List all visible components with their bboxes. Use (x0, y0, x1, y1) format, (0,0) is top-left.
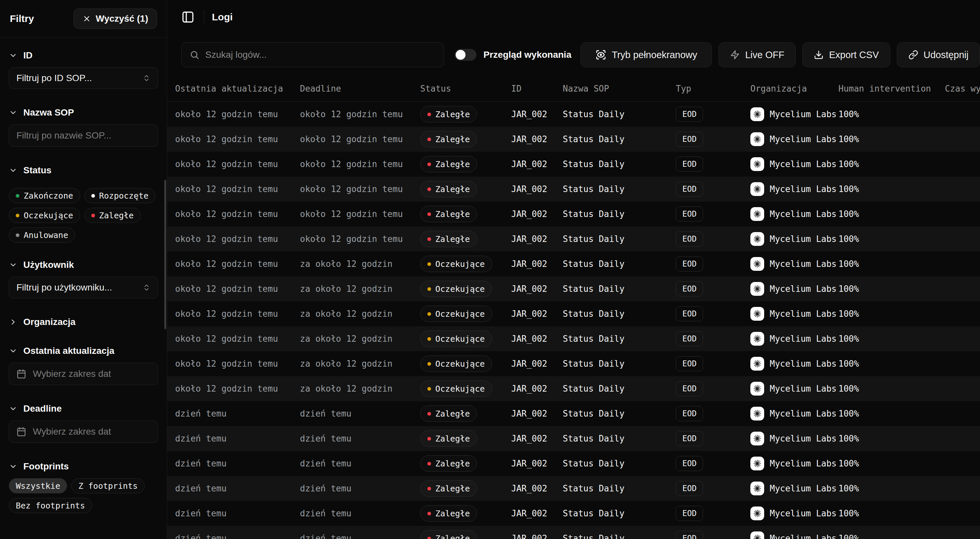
cell-sop-name: Status Daily (563, 533, 676, 539)
cell-id: JAR_002 (511, 184, 563, 194)
column-header-updated[interactable]: Ostatnia aktualizacja (175, 84, 300, 94)
share-button[interactable]: Udostępnij (897, 42, 980, 67)
table-row[interactable]: około 12 godzin temu około 12 godzin tem… (167, 152, 980, 177)
filter-section-footprints-header[interactable]: Footprints (9, 460, 158, 473)
column-header-typ[interactable]: Typ (676, 84, 750, 94)
table-row[interactable]: około 12 godzin temu za około 12 godzin … (167, 276, 980, 301)
footprints-filter-chips: WszystkieZ footprintsBez footprints (9, 478, 158, 513)
clear-filters-button[interactable]: Wyczyść (1) (73, 8, 157, 29)
search-field (181, 42, 444, 67)
footprints-filter-chip[interactable]: Wszystkie (9, 478, 67, 493)
status-badge: Zaległe (420, 430, 477, 447)
cell-deadline: około 12 godzin temu (300, 134, 420, 144)
status-filter-chip[interactable]: Oczekujące (9, 208, 80, 223)
cell-typ: EOD (676, 132, 750, 147)
sidebar-toggle-button[interactable] (180, 9, 196, 25)
cell-updated: dzień temu (175, 484, 300, 493)
footprints-filter-chip[interactable]: Bez footprints (9, 498, 92, 513)
table-row[interactable]: dzień temu dzień temu Zaległe JAR_002 St… (167, 501, 980, 526)
cell-deadline: dzień temu (300, 434, 420, 444)
column-header-org[interactable]: Organizacja (750, 84, 838, 94)
status-dot-icon (427, 287, 431, 291)
status-badge: Zaległe (420, 505, 477, 522)
filter-section-deadline-header[interactable]: Deadline (9, 402, 158, 415)
table-row[interactable]: około 12 godzin temu około 12 godzin tem… (167, 227, 980, 252)
live-toggle-button[interactable]: Live OFF (719, 42, 796, 67)
typ-badge: EOD (676, 182, 703, 197)
table-row[interactable]: dzień temu dzień temu Zaległe JAR_002 St… (167, 451, 980, 476)
status-badge-label: Oczekujące (435, 359, 485, 369)
export-csv-button[interactable]: Export CSV (802, 42, 890, 67)
cell-deadline: około 12 godzin temu (300, 234, 420, 244)
status-dot-icon (427, 237, 431, 241)
column-header-status[interactable]: Status (420, 84, 511, 94)
org-name: Mycelium Labs (770, 334, 837, 344)
panel-left-icon (181, 11, 194, 24)
filter-section-deadline-label: Deadline (23, 403, 62, 414)
typ-badge: EOD (676, 157, 703, 172)
table-row[interactable]: dzień temu dzień temu Zaległe JAR_002 St… (167, 476, 980, 501)
filter-section-status-header[interactable]: Status (9, 164, 158, 177)
status-badge-label: Zaległe (435, 509, 470, 518)
user-select[interactable]: Filtruj po użytkowniku... (9, 277, 158, 298)
chevron-down-icon (9, 404, 18, 413)
filter-section-updated-header[interactable]: Ostatnia aktualizacja (9, 344, 158, 357)
table-row[interactable]: około 12 godzin temu za około 12 godzin … (167, 252, 980, 276)
cell-typ: EOD (676, 531, 750, 539)
sop-name-filter-input[interactable] (16, 130, 151, 141)
cell-deadline: za około 12 godzin (300, 359, 420, 369)
column-header-id[interactable]: ID (511, 84, 563, 94)
column-header-sop-name[interactable]: Nazwa SOP (563, 84, 676, 94)
table-row[interactable]: około 12 godzin temu około 12 godzin tem… (167, 127, 980, 152)
updated-date-range-picker[interactable]: Wybierz zakres dat (9, 363, 158, 385)
sidebar-scrollbar[interactable] (164, 180, 166, 329)
cell-status: Zaległe (420, 106, 511, 122)
filter-section-id-header[interactable]: ID (9, 49, 158, 62)
org-avatar (750, 157, 764, 171)
status-dot-icon (427, 362, 431, 366)
filter-section-sop-name-header[interactable]: Nazwa SOP (9, 106, 158, 119)
table-row[interactable]: około 12 godzin temu za około 12 godzin … (167, 376, 980, 401)
table-row[interactable]: około 12 godzin temu za około 12 godzin … (167, 301, 980, 326)
table-row[interactable]: dzień temu dzień temu Zaległe JAR_002 St… (167, 526, 980, 539)
fullscreen-mode-button[interactable]: Tryb pełnoekranowy (581, 42, 712, 67)
status-filter-chip[interactable]: Zakończone (9, 188, 80, 203)
typ-badge: EOD (676, 356, 703, 371)
deadline-date-range-picker[interactable]: Wybierz zakres dat (9, 420, 158, 443)
filter-section-org-header[interactable]: Organizacja (9, 315, 158, 328)
table-row[interactable]: około 12 godzin temu około 12 godzin tem… (167, 177, 980, 201)
column-header-human-intervention[interactable]: Human intervention (838, 84, 945, 94)
cell-typ: EOD (676, 107, 750, 122)
cell-deadline: dzień temu (300, 484, 420, 493)
status-filter-chip[interactable]: Rozpoczęte (84, 188, 156, 203)
footprints-filter-chip[interactable]: Z footprints (71, 478, 145, 493)
cell-updated: około 12 godzin temu (175, 334, 300, 344)
status-badge: Oczekujące (420, 380, 492, 397)
typ-badge: EOD (676, 306, 703, 321)
status-filter-chip[interactable]: Anulowane (9, 227, 75, 243)
table-row[interactable]: około 12 godzin temu za około 12 godzin … (167, 326, 980, 351)
filter-section-user-header[interactable]: Użytkownik (9, 258, 158, 271)
table-row[interactable]: około 12 godzin temu około 12 godzin tem… (167, 201, 980, 227)
execution-review-toggle[interactable] (455, 49, 476, 61)
search-input[interactable] (205, 49, 436, 60)
org-logo-icon (752, 359, 762, 369)
calendar-icon (16, 369, 26, 379)
status-badge: Zaległe (420, 131, 477, 147)
table-row[interactable]: około 12 godzin temu za około 12 godzin … (167, 351, 980, 376)
table-row[interactable]: około 12 godzin temu około 12 godzin tem… (167, 102, 980, 127)
cell-id: JAR_002 (511, 458, 563, 468)
table-row[interactable]: dzień temu dzień temu Zaległe JAR_002 St… (167, 426, 980, 451)
org-avatar (750, 507, 764, 520)
column-header-execution-time[interactable]: Czas wyk (945, 84, 980, 94)
status-dot-icon (427, 412, 431, 415)
column-header-deadline[interactable]: Deadline (300, 84, 420, 94)
id-sop-select[interactable]: Filtruj po ID SOP... (9, 67, 158, 89)
cell-id: JAR_002 (511, 434, 563, 444)
org-logo-icon (752, 458, 762, 468)
status-badge: Zaległe (420, 106, 477, 122)
deadline-date-range-placeholder: Wybierz zakres dat (33, 426, 111, 437)
status-filter-chip[interactable]: Zaległe (84, 208, 141, 223)
cell-status: Zaległe (420, 156, 511, 172)
table-row[interactable]: dzień temu dzień temu Zaległe JAR_002 St… (167, 401, 980, 426)
